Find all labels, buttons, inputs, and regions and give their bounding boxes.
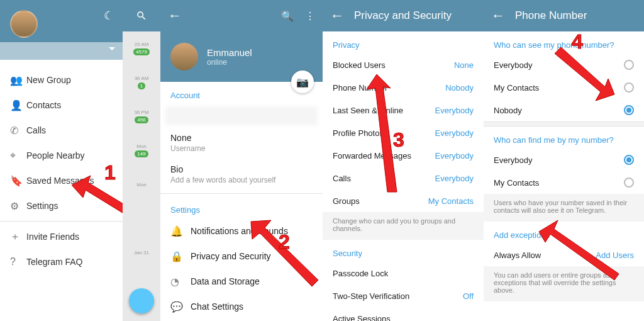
appbar-title: Privacy and Security xyxy=(354,9,452,22)
security-item[interactable]: Two-Step VerificationOff xyxy=(323,284,484,307)
chat-search-bar[interactable] xyxy=(123,0,160,31)
search-icon[interactable]: 🔍 xyxy=(281,10,294,22)
menu-faq[interactable]: ?Telegram FAQ xyxy=(0,249,123,274)
menu-label: New Group xyxy=(26,75,71,85)
bio-item[interactable]: BioAdd a few words about yourself xyxy=(160,159,323,191)
radio-option[interactable]: My Contacts xyxy=(484,171,644,194)
back-icon[interactable]: ← xyxy=(491,8,505,24)
search-icon xyxy=(136,10,147,21)
chat-row[interactable]: Mon149 xyxy=(123,133,160,167)
account-expand[interactable] xyxy=(0,42,123,60)
phone-icon: ✆ xyxy=(10,125,26,137)
profile-header: Emmanuel online 📷 xyxy=(160,31,323,82)
phone-blurred[interactable] xyxy=(165,106,318,125)
svg-marker-3 xyxy=(555,47,614,101)
more-icon[interactable]: ⋮ xyxy=(305,10,315,22)
data-icon: ◔ xyxy=(170,276,191,288)
step-number-1: 1 xyxy=(104,161,116,184)
nearby-icon: ⌖ xyxy=(10,150,26,161)
menu-contacts[interactable]: 👤Contacts xyxy=(0,93,123,118)
person-icon: 👤 xyxy=(10,99,26,111)
invite-icon: ＋ xyxy=(10,230,26,244)
profile-status: online xyxy=(207,58,252,67)
security-item[interactable]: Passcode Lock xyxy=(323,262,484,284)
menu-calls[interactable]: ✆Calls xyxy=(0,118,123,143)
avatar[interactable] xyxy=(10,10,38,38)
chat-row[interactable] xyxy=(123,201,160,235)
lock-icon: 🔒 xyxy=(170,251,191,262)
settings-appbar: ← 🔍⋮ xyxy=(160,0,323,31)
arrow-4a xyxy=(552,44,627,107)
chat-row[interactable]: 36 AM1 xyxy=(123,65,160,99)
help-icon: ? xyxy=(10,256,26,268)
settings-chat[interactable]: 💬Chat Settings xyxy=(160,294,323,319)
who-find-title: Who can find me by my number? xyxy=(484,127,644,149)
phone-number-panel: ← Phone Number Who can see my phone numb… xyxy=(484,0,644,321)
menu-label: Telegram FAQ xyxy=(26,257,82,267)
chat-row[interactable]: 23 AM4579 xyxy=(123,31,160,65)
settings-panel: ← 🔍⋮ Emmanuel online 📷 Account NoneUsern… xyxy=(160,0,323,321)
night-mode-icon[interactable]: ☾ xyxy=(104,9,114,23)
group-icon: 👥 xyxy=(10,74,26,86)
radio-option[interactable]: Everybody xyxy=(484,149,644,171)
chat-icon: 💬 xyxy=(170,301,191,313)
menu-label: Calls xyxy=(26,125,46,135)
avatar[interactable] xyxy=(170,43,198,70)
svg-marker-4 xyxy=(539,220,619,280)
appbar-title: Phone Number xyxy=(515,9,587,22)
chat-peek: 23 AM457936 AM136 PM456Mon149MonJan 31 xyxy=(123,0,160,321)
radio-icon xyxy=(624,177,634,188)
chat-row[interactable]: Mon xyxy=(123,167,160,201)
phone-appbar: ← Phone Number xyxy=(484,0,644,31)
radio-icon xyxy=(624,155,634,165)
menu-label: Contacts xyxy=(26,100,61,110)
step-number-2: 2 xyxy=(279,230,290,254)
gear-icon: ⚙ xyxy=(10,200,26,212)
privacy-panel: ← Privacy and Security Privacy Blocked U… xyxy=(323,0,484,321)
chat-row[interactable]: 36 PM456 xyxy=(123,99,160,133)
back-icon[interactable]: ← xyxy=(330,8,344,24)
svg-marker-2 xyxy=(367,74,397,192)
menu-label: People Nearby xyxy=(26,150,85,160)
menu-new-group[interactable]: 👥New Group xyxy=(0,67,123,93)
username-item[interactable]: NoneUsername xyxy=(160,128,323,159)
profile-name: Emmanuel xyxy=(207,47,252,58)
camera-fab[interactable]: 📷 xyxy=(291,70,314,93)
privacy-section-title: Privacy xyxy=(323,31,484,54)
privacy-note: Change who can add you to groups and cha… xyxy=(323,212,484,240)
back-icon[interactable]: ← xyxy=(168,8,182,24)
step-number-4: 4 xyxy=(572,30,583,54)
security-item[interactable]: Active Sessions xyxy=(323,307,484,321)
arrow-4b xyxy=(534,208,622,283)
bell-icon: 🔔 xyxy=(170,225,191,237)
chat-row[interactable]: Jan 31 xyxy=(123,235,160,269)
step-number-3: 3 xyxy=(393,128,404,152)
menu-label: Settings xyxy=(26,201,58,211)
bookmark-icon: 🔖 xyxy=(10,175,26,187)
compose-fab[interactable] xyxy=(129,288,154,313)
security-section-title: Security xyxy=(323,240,484,262)
privacy-appbar: ← Privacy and Security xyxy=(323,0,484,31)
drawer-panel: ☾ 👥New Group 👤Contacts ✆Calls ⌖People Ne… xyxy=(0,0,123,321)
